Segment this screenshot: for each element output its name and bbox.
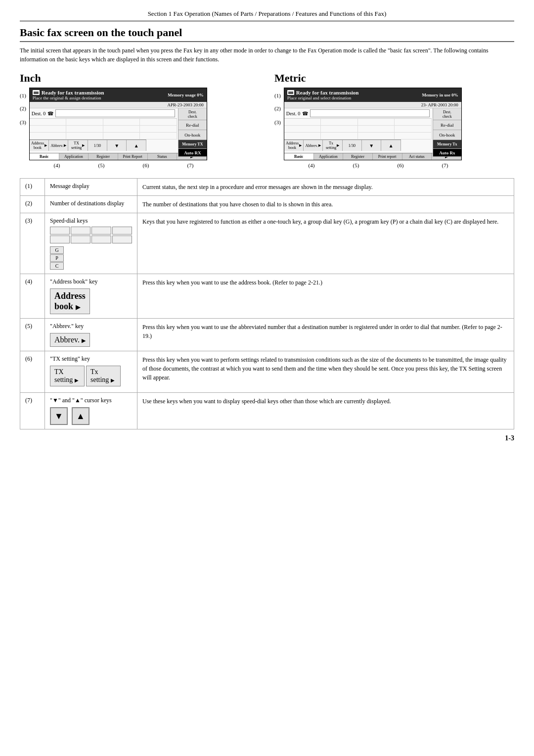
- inch-tab-up[interactable]: ▲: [127, 140, 146, 151]
- metric-memory-tx-btn[interactable]: Memory Tx: [433, 140, 461, 149]
- inch-tab-address[interactable]: Addressbook ▶: [30, 140, 49, 151]
- metric-dest-label: Dest. 0: [286, 111, 300, 116]
- metric-redial-btn[interactable]: Re-dial: [433, 120, 461, 130]
- inch-func-status[interactable]: Status: [148, 153, 178, 160]
- cursor-keys-illustration: ▼ ▲: [50, 407, 132, 425]
- metric-func-basic[interactable]: Basic: [284, 153, 314, 160]
- metric-func-status[interactable]: Act status: [402, 153, 432, 160]
- fax-icon: [33, 90, 40, 95]
- metric-dial-cell: [284, 126, 321, 132]
- metric-tab-abbrev[interactable]: Abbrev. ▶: [304, 140, 323, 151]
- metric-tab-tx[interactable]: Txsetting ▶: [323, 140, 342, 151]
- inch-redial-btn[interactable]: Re-dial: [178, 120, 207, 130]
- metric-label: Metric: [274, 72, 514, 85]
- inch-func-app[interactable]: Application: [59, 153, 89, 160]
- inch-tab-page[interactable]: 1/30: [88, 140, 107, 151]
- inch-dial-row-1: [30, 119, 177, 126]
- metric-date: 23- APR-2003 20:00: [284, 102, 461, 108]
- metric-fax-screen: Ready for fax transmission Place origina…: [284, 88, 462, 160]
- tx-setting-key-metric[interactable]: Txsetting ▶: [86, 366, 121, 386]
- inch-tab-down[interactable]: ▼: [107, 140, 127, 151]
- inch-dest-input[interactable]: [55, 109, 175, 117]
- metric-tab-page[interactable]: 1/30: [343, 140, 362, 151]
- cursor-up-key[interactable]: ▲: [72, 407, 89, 425]
- inch-memory-value: 0%: [197, 93, 204, 97]
- inch-auto-rx-btn[interactable]: Auto RX: [178, 149, 207, 157]
- row2-num: (2): [20, 196, 45, 213]
- inch-dial-cell: [30, 126, 67, 132]
- row4-label-text: "Address book" key: [50, 278, 132, 285]
- row7-label-text: "▼" and "▲" cursor keys: [50, 397, 132, 404]
- row3-num: (3): [20, 213, 45, 274]
- metric-dest-check-btn[interactable]: Dest.check: [433, 108, 461, 120]
- metric-sub-text: Place original and select destination: [287, 95, 359, 100]
- metric-onhook-btn[interactable]: On-hook: [433, 130, 461, 140]
- table-row: (2) Number of destinations display The n…: [20, 196, 514, 213]
- metric-left-content: Dest. 0 ☎: [284, 108, 432, 151]
- metric-tab-down[interactable]: ▼: [362, 140, 381, 151]
- row4-label: "Address book" key Addressbook ▶: [45, 274, 137, 319]
- metric-memory-value: 0%: [451, 93, 458, 97]
- metric-dial-cell: [358, 126, 395, 132]
- cursor-down-key[interactable]: ▼: [50, 407, 68, 425]
- inch-dial-cell: [140, 119, 177, 125]
- metric-bottom-callouts: (4) (5) (6) (7): [289, 162, 467, 168]
- metric-ready-text: Ready for fax transmission: [296, 90, 359, 95]
- metric-callout-6: (6): [378, 162, 423, 168]
- inch-onhook-btn[interactable]: On-hook: [178, 130, 207, 140]
- metric-dial-cell: [358, 133, 395, 139]
- metric-bottom-tabs: Addressbook ▶ Abbrev. ▶ Txsetting ▶ 1/30…: [284, 140, 401, 151]
- speed-key-labels: G P C: [50, 246, 132, 270]
- table-row: (1) Message display Current status, the …: [20, 179, 514, 196]
- metric-tab-address[interactable]: Addressbook ▶: [284, 140, 304, 151]
- inch-func-print[interactable]: Print Report: [118, 153, 148, 160]
- inch-speed-dial-area: [30, 119, 177, 140]
- inch-func-basic[interactable]: Basic: [30, 153, 59, 160]
- speed-dial-cell: [50, 227, 70, 235]
- inch-callout-7: (7): [168, 162, 213, 168]
- inch-tab-abbrev[interactable]: Abbrev. ▶: [49, 140, 68, 151]
- g-key: G: [50, 246, 64, 254]
- metric-auto-rx-btn[interactable]: Auto Rx: [433, 149, 461, 157]
- callout-1: (1): [20, 93, 26, 98]
- metric-callout-1: (1): [274, 93, 281, 98]
- inch-left-content: Dest. 0 ☎: [30, 108, 177, 151]
- speed-dial-row-display: [50, 227, 132, 235]
- metric-tab-up[interactable]: ▲: [381, 140, 400, 151]
- tx-setting-key-inch[interactable]: TXsetting ▶: [50, 366, 85, 386]
- diagrams-section: Inch (1) (2) (3) Ready for fax transmiss…: [20, 72, 514, 168]
- metric-func-print[interactable]: Print report: [373, 153, 402, 160]
- inch-func-reg[interactable]: Register: [89, 153, 118, 160]
- p-key: P: [50, 254, 64, 262]
- inch-dial-cell: [103, 126, 140, 132]
- inch-diagram: Inch (1) (2) (3) Ready for fax transmiss…: [20, 72, 260, 168]
- inch-callout-5: (5): [79, 162, 124, 168]
- address-book-key[interactable]: Addressbook ▶: [50, 288, 90, 314]
- metric-memory: Memory in use 0%: [422, 93, 458, 97]
- inch-dial-cell: [66, 119, 103, 125]
- row4-num: (4): [20, 274, 45, 319]
- inch-label: Inch: [20, 72, 260, 85]
- metric-dial-cell: [321, 133, 358, 139]
- metric-callout-2: (2): [274, 105, 281, 111]
- metric-dial-cell: [284, 133, 321, 139]
- metric-dest-row: Dest. 0 ☎: [284, 108, 432, 119]
- callout-2: (2): [20, 105, 26, 111]
- row1-num: (1): [20, 179, 45, 196]
- page-header: Section 1 Fax Operation (Names of Parts …: [20, 10, 514, 21]
- inch-dest-check-btn[interactable]: Dest.check: [178, 108, 207, 120]
- inch-memory-tx-btn[interactable]: Memory TX: [178, 140, 207, 149]
- metric-func-reg[interactable]: Register: [343, 153, 373, 160]
- metric-dial-row-3: [284, 133, 432, 140]
- row1-desc: Current status, the next step in a proce…: [137, 179, 514, 196]
- inch-dial-cell: [66, 133, 103, 139]
- inch-dial-cell: [30, 133, 67, 139]
- metric-func-app[interactable]: Application: [314, 153, 344, 160]
- abbrev-key[interactable]: Abbrev. ▶: [50, 333, 90, 347]
- metric-dial-row-1: [284, 119, 432, 126]
- inch-tab-tx[interactable]: TXsetting ▶: [68, 140, 88, 151]
- inch-phone-icon: ☎: [47, 111, 53, 116]
- inch-date: APR-23-2003 20:00: [30, 102, 207, 108]
- metric-dest-input[interactable]: [310, 109, 430, 117]
- table-row: (7) "▼" and "▲" cursor keys ▼ ▲ Use thes…: [20, 393, 514, 429]
